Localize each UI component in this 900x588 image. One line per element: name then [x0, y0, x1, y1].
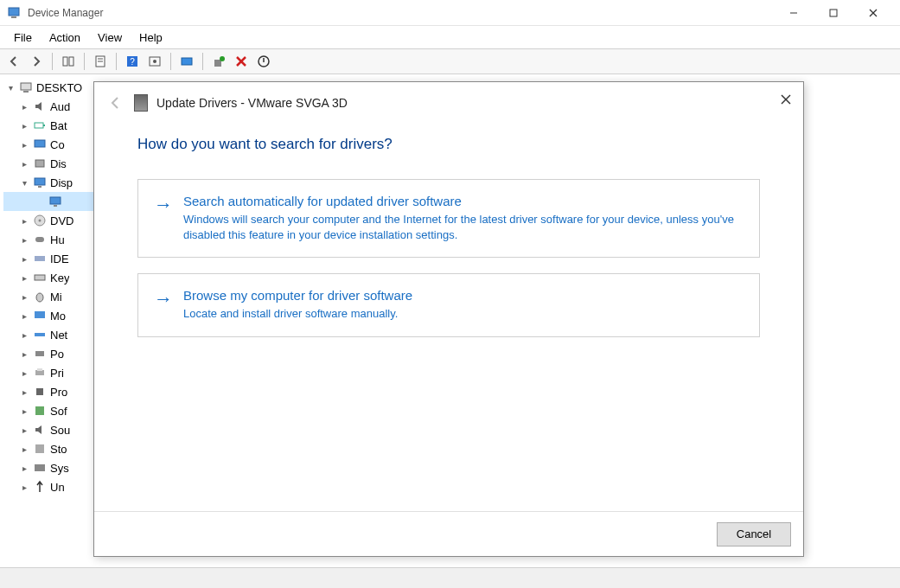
display-adapter-icon	[48, 195, 62, 208]
svg-rect-44	[35, 444, 44, 453]
driver-icon	[134, 94, 148, 112]
chevron-icon: ▸	[19, 444, 29, 454]
sound-icon	[33, 423, 47, 437]
arrow-right-icon: →	[154, 195, 173, 243]
nav-back-button[interactable]	[3, 51, 24, 72]
dialog-title: Update Drivers - VMware SVGA 3D	[156, 96, 348, 110]
dialog-back-button[interactable]	[105, 93, 125, 113]
hid-icon	[33, 233, 47, 246]
titlebar: Device Manager	[0, 0, 900, 26]
chevron-down-icon: ▾	[5, 83, 16, 93]
svg-rect-16	[214, 60, 221, 67]
tree-item-label: Un	[50, 481, 65, 494]
menu-file[interactable]: File	[7, 29, 39, 46]
option-browse-computer[interactable]: → Browse my computer for driver software…	[137, 273, 760, 336]
battery-icon	[33, 118, 47, 132]
chevron-icon: ▸	[19, 330, 29, 340]
window-title: Device Manager	[28, 7, 774, 19]
option-desc: Windows will search your computer and th…	[183, 212, 744, 243]
tree-item-label: Sof	[50, 405, 67, 418]
tree-item-label: Dis	[50, 157, 67, 170]
app-icon	[7, 6, 21, 20]
svg-point-32	[39, 220, 41, 222]
chevron-icon: ▸	[19, 349, 29, 359]
chevron-icon: ▸	[19, 425, 29, 435]
chevron-icon: ▸	[19, 140, 29, 150]
scan-hardware-button[interactable]	[176, 51, 197, 72]
svg-rect-37	[35, 311, 45, 318]
update-driver-dialog: Update Drivers - VMware SVGA 3D How do y…	[93, 81, 804, 557]
tree-item-label: Disp	[50, 176, 73, 189]
svg-rect-43	[35, 406, 44, 415]
dialog-close-button[interactable]	[777, 91, 795, 108]
tree-item-label: Po	[50, 348, 64, 361]
action-button[interactable]	[144, 51, 165, 72]
option-desc: Locate and install driver software manua…	[183, 306, 412, 322]
menu-help[interactable]: Help	[132, 29, 169, 46]
ide-icon	[33, 252, 47, 265]
svg-rect-41	[37, 368, 42, 371]
maximize-button[interactable]	[814, 0, 853, 26]
toolbar-separator	[170, 53, 171, 70]
tree-item-label: Sys	[50, 462, 69, 475]
svg-rect-30	[54, 205, 57, 207]
cancel-button[interactable]: Cancel	[717, 522, 791, 546]
svg-rect-23	[35, 123, 43, 128]
chevron-icon: ▸	[19, 387, 29, 397]
dialog-footer: Cancel	[94, 511, 803, 556]
chevron-icon: ▸	[19, 121, 29, 131]
dialog-body: How do you want to search for drivers? →…	[94, 124, 803, 511]
svg-rect-39	[35, 351, 44, 356]
close-button[interactable]	[853, 0, 893, 26]
tree-item-label: Sto	[50, 443, 67, 456]
storage-icon	[33, 442, 47, 456]
svg-rect-25	[35, 140, 45, 147]
monitor-icon	[33, 309, 47, 323]
show-hide-tree-button[interactable]	[58, 51, 79, 72]
system-icon	[33, 461, 47, 475]
svg-point-36	[36, 293, 43, 302]
update-driver-button[interactable]	[208, 51, 229, 72]
option-search-automatically[interactable]: → Search automatically for updated drive…	[137, 179, 760, 258]
menu-action[interactable]: Action	[42, 29, 87, 46]
svg-rect-38	[35, 333, 45, 336]
svg-rect-0	[9, 8, 19, 16]
chevron-icon: ▸	[19, 273, 29, 283]
toolbar-separator	[116, 53, 117, 70]
chevron-icon: ▸	[19, 235, 29, 245]
menu-view[interactable]: View	[91, 29, 129, 46]
nav-forward-button[interactable]	[26, 51, 47, 72]
help-button[interactable]: ?	[122, 51, 143, 72]
svg-text:?: ?	[130, 57, 135, 67]
svg-rect-33	[35, 237, 44, 242]
svg-rect-24	[43, 125, 45, 126]
print-icon	[33, 366, 47, 380]
disk-icon	[33, 157, 47, 170]
svg-point-14	[153, 60, 156, 63]
menubar: File Action View Help	[0, 26, 900, 48]
uninstall-device-button[interactable]	[231, 51, 252, 72]
chevron-icon: ▸	[19, 102, 29, 112]
statusbar	[0, 567, 900, 588]
audio-icon	[33, 99, 47, 113]
chevron-icon: ▸	[19, 216, 29, 226]
chevron-icon: ▸	[19, 483, 29, 492]
svg-rect-7	[69, 57, 73, 66]
keyboard-icon	[33, 271, 47, 284]
mice-icon	[33, 290, 47, 304]
chevron-icon: ▸	[19, 159, 29, 169]
svg-point-17	[220, 56, 225, 61]
minimize-button[interactable]	[774, 0, 814, 26]
disable-device-button[interactable]	[253, 51, 274, 72]
ports-icon	[33, 347, 47, 361]
svg-rect-35	[35, 275, 45, 280]
properties-button[interactable]	[90, 51, 111, 72]
tree-item-label: Aud	[50, 100, 70, 113]
dialog-header: Update Drivers - VMware SVGA 3D	[94, 82, 803, 124]
tree-item-label: Key	[50, 272, 69, 284]
processor-icon	[33, 385, 47, 399]
svg-rect-27	[35, 178, 45, 185]
software-icon	[33, 404, 47, 418]
svg-rect-15	[182, 58, 192, 65]
chevron-icon: ▸	[19, 254, 29, 264]
